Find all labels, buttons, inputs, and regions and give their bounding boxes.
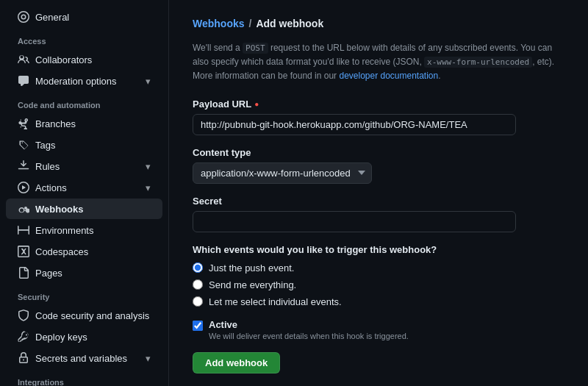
- code-icon: [18, 246, 29, 257]
- breadcrumb: Webhooks / Add webhook: [193, 18, 564, 29]
- required-indicator: ●: [254, 100, 259, 108]
- sidebar-item-tags[interactable]: Tags: [6, 135, 162, 155]
- sidebar-rules-label: Rules: [35, 161, 60, 172]
- section-code-automation: Code and automation: [0, 92, 168, 112]
- content-type-group: Content type application/x-www-form-urle…: [193, 147, 564, 184]
- sidebar-pages-label: Pages: [35, 268, 62, 279]
- secret-input[interactable]: [193, 211, 516, 232]
- radio-individual[interactable]: Let me select individual events.: [193, 296, 564, 307]
- radio-everything-input[interactable]: [193, 279, 203, 290]
- sidebar-code-security-label: Code security and analysis: [35, 310, 149, 321]
- info-description: We'll send a POST request to the URL bel…: [193, 41, 564, 84]
- page-icon: [18, 267, 29, 279]
- sidebar-deploy-keys-label: Deploy keys: [35, 332, 87, 343]
- radio-push-input[interactable]: [193, 262, 203, 273]
- section-security: Security: [0, 284, 168, 304]
- active-label: Active: [209, 319, 409, 330]
- active-description: We will deliver event details when this …: [209, 332, 409, 340]
- add-webhook-button[interactable]: Add webhook: [193, 352, 280, 374]
- sidebar-secrets-label: Secrets and variables: [35, 353, 127, 364]
- sidebar-item-deploy-keys[interactable]: Deploy keys: [6, 326, 162, 347]
- shield-icon: [18, 310, 29, 321]
- sidebar-item-environments[interactable]: Environments: [6, 220, 162, 240]
- lock-icon: [18, 352, 29, 364]
- sidebar-codespaces-label: Codespaces: [35, 246, 88, 257]
- payload-url-label: Payload URL ●: [193, 99, 564, 110]
- sidebar-item-secrets[interactable]: Secrets and variables ▾: [6, 348, 162, 368]
- tag-icon: [18, 139, 29, 151]
- chevron-down-icon: ▾: [146, 161, 151, 172]
- sidebar-branches-label: Branches: [35, 118, 76, 129]
- comment-icon: [18, 75, 29, 87]
- breadcrumb-current: Add webhook: [256, 18, 323, 29]
- sidebar-actions-label: Actions: [35, 182, 67, 193]
- env-icon: [18, 224, 29, 236]
- sidebar-collaborators-label: Collaborators: [35, 54, 92, 65]
- radio-individual-label: Let me select individual events.: [209, 296, 342, 307]
- payload-url-input[interactable]: [193, 114, 516, 135]
- secret-group: Secret: [193, 196, 564, 232]
- sidebar-item-pages[interactable]: Pages: [6, 262, 162, 283]
- sidebar-item-rules[interactable]: Rules ▾: [6, 156, 162, 176]
- chevron-down-icon: ▾: [146, 353, 151, 364]
- people-icon: [18, 54, 29, 65]
- rule-icon: [18, 160, 29, 172]
- radio-individual-input[interactable]: [193, 296, 203, 307]
- events-group: Which events would you like to trigger t…: [193, 244, 564, 307]
- key-icon: [18, 331, 29, 343]
- webhook-icon: [18, 203, 29, 215]
- main-content: Webhooks / Add webhook We'll send a POST…: [169, 0, 588, 386]
- sidebar-item-collaborators[interactable]: Collaborators: [6, 49, 162, 70]
- active-checkbox[interactable]: [193, 321, 203, 331]
- branch-icon: [18, 118, 29, 129]
- active-group: Active We will deliver event details whe…: [193, 319, 564, 340]
- radio-everything-label: Send me everything.: [209, 279, 296, 290]
- radio-push-event[interactable]: Just the push event.: [193, 262, 564, 274]
- radio-push-label: Just the push event.: [209, 262, 294, 274]
- sidebar-tags-label: Tags: [35, 140, 55, 151]
- secret-label: Secret: [193, 196, 564, 207]
- chevron-down-icon: ▾: [146, 76, 151, 87]
- section-access: Access: [0, 28, 168, 49]
- sidebar-webhooks-label: Webhooks: [35, 204, 84, 215]
- events-title: Which events would you like to trigger t…: [193, 244, 564, 255]
- chevron-down-icon: ▾: [146, 182, 151, 193]
- sidebar-item-branches[interactable]: Branches: [6, 113, 162, 134]
- developer-docs-link[interactable]: developer documentation: [339, 71, 438, 81]
- active-text-block: Active We will deliver event details whe…: [209, 319, 409, 340]
- payload-url-group: Payload URL ●: [193, 99, 564, 135]
- sidebar-item-webhooks[interactable]: Webhooks: [6, 199, 162, 219]
- sidebar-item-general[interactable]: General: [6, 7, 162, 27]
- breadcrumb-separator: /: [249, 18, 252, 29]
- breadcrumb-link[interactable]: Webhooks: [193, 18, 245, 29]
- radio-everything[interactable]: Send me everything.: [193, 279, 564, 290]
- content-type-select[interactable]: application/x-www-form-urlencoded applic…: [193, 162, 372, 184]
- content-type-label: Content type: [193, 147, 564, 158]
- sidebar-environments-label: Environments: [35, 225, 93, 236]
- sidebar-item-actions[interactable]: Actions ▾: [6, 177, 162, 198]
- sidebar-moderation-label: Moderation options: [35, 76, 117, 87]
- sidebar: General Access Collaborators Moderation …: [0, 0, 169, 386]
- active-checkbox-label[interactable]: Active We will deliver event details whe…: [193, 319, 564, 340]
- gear-icon: [18, 11, 29, 23]
- sidebar-item-code-security[interactable]: Code security and analysis: [6, 305, 162, 326]
- sidebar-item-codespaces[interactable]: Codespaces: [6, 241, 162, 262]
- sidebar-item-moderation[interactable]: Moderation options ▾: [6, 71, 162, 91]
- sidebar-item-general-label: General: [35, 12, 69, 23]
- play-icon: [18, 182, 29, 193]
- section-integrations: Integrations: [0, 369, 168, 386]
